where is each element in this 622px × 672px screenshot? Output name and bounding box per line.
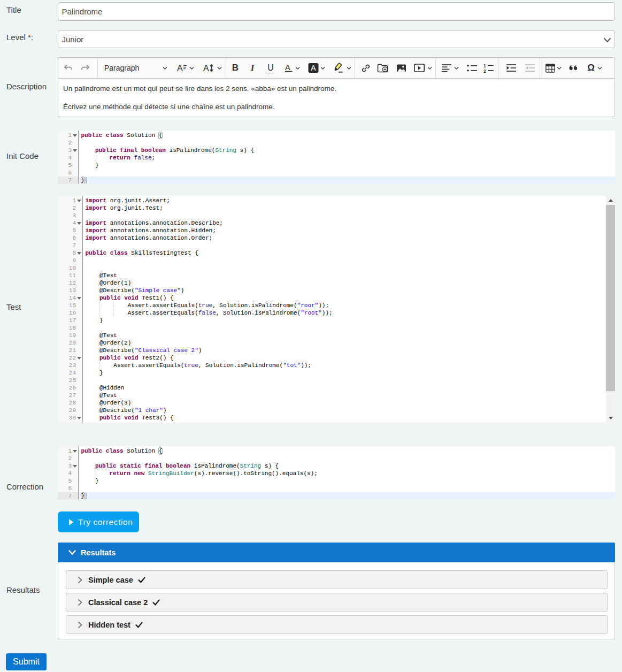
svg-text:A: A xyxy=(177,64,183,73)
svg-text:A: A xyxy=(203,64,209,73)
svg-text:2: 2 xyxy=(483,68,486,73)
svg-text:A: A xyxy=(285,63,290,72)
svg-text:1: 1 xyxy=(483,64,486,68)
svg-text:A: A xyxy=(311,64,316,72)
